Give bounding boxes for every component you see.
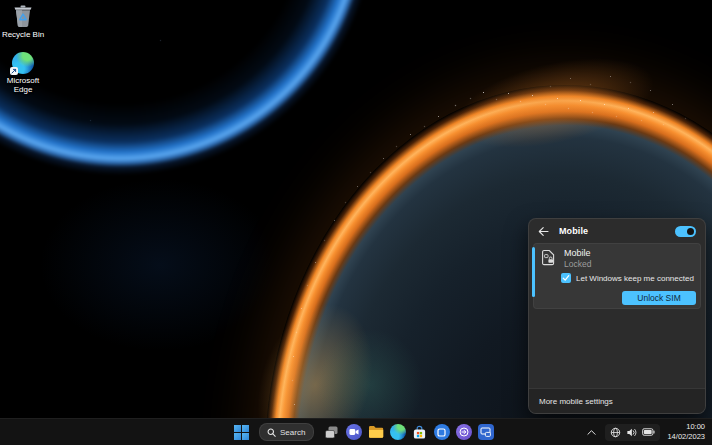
network-globe-icon xyxy=(610,427,621,438)
taskbar-app-screen-share[interactable] xyxy=(477,422,494,442)
system-tray-icons[interactable] xyxy=(605,424,660,441)
arrow-app-icon xyxy=(456,424,472,440)
mobile-network-card[interactable]: Mobile Locked Let Windows keep me connec… xyxy=(533,243,701,309)
task-view-button[interactable] xyxy=(323,422,340,442)
edge-icon xyxy=(12,48,34,74)
selection-indicator xyxy=(532,247,535,297)
tray-chevron-button[interactable] xyxy=(585,429,598,436)
desktop-icon-list: Recycle Bin Microsoft Edge xyxy=(0,2,46,103)
desktop-icon-label: Recycle Bin xyxy=(2,30,44,39)
taskbar-app-chat[interactable] xyxy=(345,422,362,442)
task-view-icon xyxy=(324,425,339,440)
arrow-left-icon xyxy=(538,226,549,237)
taskbar-app-edge[interactable] xyxy=(389,422,406,442)
chevron-up-icon xyxy=(587,429,596,436)
check-icon xyxy=(562,274,570,282)
start-icon xyxy=(234,425,249,440)
flyout-footer: More mobile settings xyxy=(529,388,705,413)
wallpaper-blue-arc xyxy=(0,0,375,175)
desktop-icon-label: Microsoft Edge xyxy=(1,76,45,94)
tray-date: 14/02/2023 xyxy=(667,432,705,442)
desktop-icon-recycle-bin[interactable]: Recycle Bin xyxy=(0,2,46,39)
screen-share-app-icon xyxy=(478,424,494,440)
flyout-title: Mobile xyxy=(559,226,588,236)
unlock-sim-button[interactable]: Unlock SIM xyxy=(622,291,696,305)
taskbar: Search xyxy=(0,418,712,445)
back-button[interactable] xyxy=(535,223,551,239)
desktop-icon-microsoft-edge[interactable]: Microsoft Edge xyxy=(0,48,46,94)
sim-lock-icon xyxy=(541,249,556,270)
taskbar-app-arrow[interactable] xyxy=(455,422,472,442)
desktop-screen: { "desktop": { "icons": [ { "label": "Re… xyxy=(0,0,712,445)
battery-icon xyxy=(642,427,655,437)
more-mobile-settings-link[interactable]: More mobile settings xyxy=(539,397,613,406)
square-app-icon xyxy=(434,424,450,440)
network-status: Locked xyxy=(564,259,591,269)
flyout-header: Mobile xyxy=(529,219,705,243)
taskbar-tray: 10:00 14/02/2023 xyxy=(585,419,707,445)
mobile-flyout: Mobile Mobile Locked Let Windows keep me… xyxy=(528,218,706,414)
volume-icon xyxy=(626,427,637,438)
toggle-knob xyxy=(687,228,694,235)
chat-camera-icon xyxy=(346,424,362,440)
tray-time: 10:00 xyxy=(667,422,705,432)
taskbar-app-square[interactable] xyxy=(433,422,450,442)
mobile-toggle[interactable] xyxy=(675,226,696,237)
taskbar-app-file-explorer[interactable] xyxy=(367,422,384,442)
shortcut-arrow-icon xyxy=(10,67,18,75)
wallpaper-sparkles xyxy=(0,0,1,1)
recycle-bin-icon xyxy=(12,2,34,28)
edge-icon xyxy=(390,424,406,440)
taskbar-search[interactable]: Search xyxy=(259,423,314,441)
search-label: Search xyxy=(280,428,305,437)
file-explorer-icon xyxy=(368,425,384,439)
taskbar-clock[interactable]: 10:00 14/02/2023 xyxy=(667,422,707,442)
checkbox-label: Let Windows keep me connected xyxy=(576,274,694,283)
start-button[interactable] xyxy=(233,422,250,442)
taskbar-app-store[interactable] xyxy=(411,422,428,442)
search-icon xyxy=(267,428,276,437)
taskbar-center-group: Search xyxy=(233,419,494,445)
network-name: Mobile xyxy=(564,248,591,258)
store-icon xyxy=(412,425,427,440)
keep-connected-row[interactable]: Let Windows keep me connected xyxy=(561,273,694,283)
keep-connected-checkbox[interactable] xyxy=(561,273,571,283)
